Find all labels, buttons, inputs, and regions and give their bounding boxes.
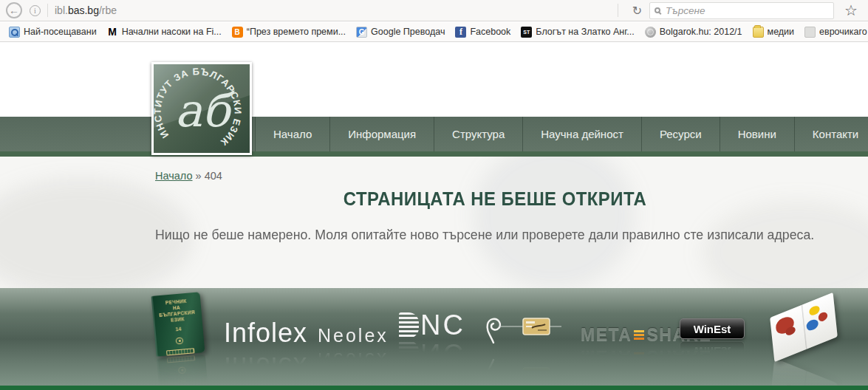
bookmark-label: Най-посещавани [24,27,97,37]
bookmark-eurochicago[interactable]: еврочикаго - админи... [799,24,868,40]
facebook-icon: f [455,27,466,38]
browser-toolbar: ← i ibl.bas.bg/rbe ↻ ☆ [0,0,868,21]
infolex-logo[interactable]: Infolex [224,318,307,349]
main-nav: Начало Информация Структура Научна дейно… [0,117,868,151]
nav-accent-strip [0,151,868,157]
winest-label: WinEst [694,323,731,335]
folder-icon [753,27,764,38]
bnc-letters: NC [420,312,465,338]
nav-item-information[interactable]: Информация [330,117,434,151]
spiral-timeline-logo[interactable] [480,309,563,350]
bookmark-folder-media[interactable]: медии [748,24,800,40]
site-info-icon[interactable]: i [30,5,41,16]
bookmark-zlatko-blog[interactable]: ST Блогът на Златко Анг... [516,24,639,40]
blogger-icon: B [232,27,243,38]
reload-icon[interactable]: ↻ [632,4,642,18]
footer-accent-strip [0,386,868,390]
book-volume: 14 [175,326,181,332]
meta-share-bars-icon [634,330,644,340]
atlas-pages [770,292,838,362]
background-watermark [702,201,868,288]
most-visited-icon [9,27,20,38]
toolbar-divider [47,4,48,17]
bookmark-blog-post[interactable]: B “През времето преми... [227,24,351,40]
bookmark-label: Блогът на Златко Анг... [536,27,634,37]
bookmark-star-icon[interactable]: ☆ [844,1,858,19]
background-watermark [473,157,635,288]
bnc-logo[interactable]: NC [399,312,465,338]
map-atlas-logo[interactable] [765,297,842,359]
blank-page-icon [804,27,816,38]
bookmark-bolgarok[interactable]: Bolgarok.hu: 2012/1 [640,24,748,40]
bookmark-google-translate[interactable]: G Google Преводач [351,24,450,40]
bookmark-label: Facebook [470,27,510,37]
url-subdomain: ibl. [55,4,68,16]
breadcrumb-current: 404 [205,170,222,182]
book-emblem-icon [176,337,184,344]
back-button[interactable]: ← [6,2,22,18]
browser-search-box[interactable] [649,2,834,19]
bookmark-label: медии [768,27,795,37]
bookmark-facebook[interactable]: f Facebook [450,24,516,40]
breadcrumb-separator: » [196,170,202,182]
bookmark-label: Начални насоки на Fi... [122,27,222,37]
nav-item-structure[interactable]: Структура [434,117,523,151]
nav-item-news[interactable]: Новини [720,117,795,151]
bookmark-label: еврочикаго - админи... [819,27,868,37]
toolbar-divider [618,4,618,17]
error-message: Нищо не беше намерено. Моля опитайте нов… [155,228,814,243]
spiral-icon [480,309,563,347]
nav-item-home[interactable]: Начало [255,117,330,151]
nav-item-contacts[interactable]: Контакти [795,117,868,151]
bookmark-most-visited[interactable]: Най-посещавани [4,24,102,40]
st-icon: ST [521,27,532,38]
page-content: Начало » 404 СТРАНИЦАТА НЕ БЕШЕ ОТКРИТА … [0,157,868,288]
google-translate-icon: G [356,27,367,38]
institute-logo[interactable]: ИНСТИТУТ ЗА БЪЛГАРСКИ ЕЗИК аб [151,62,252,155]
book-publisher-mark [166,349,194,356]
bnc-b-icon [399,312,419,338]
winest-logo[interactable]: WinEst [680,318,745,339]
nav-item-resources[interactable]: Ресурси [642,117,720,151]
bookmark-label: Google Преводач [371,27,445,37]
footer: РЕЧНИК НА БЪЛГАРСКИЯ ЕЗИК 14 Infolex Neo… [0,288,868,390]
globe-icon [645,27,656,38]
browser-window: ← i ibl.bas.bg/rbe ↻ ☆ Най-посещавани M … [0,0,868,390]
bookmark-label: Bolgarok.hu: 2012/1 [660,27,742,37]
neolex-logo[interactable]: Neolex [318,325,389,346]
dictionary-book-logo[interactable]: РЕЧНИК НА БЪЛГАРСКИЯ ЕЗИК 14 [151,292,205,356]
search-icon [655,7,660,13]
bookmarks-bar: Най-посещавани M Начални насоки на Fi...… [0,22,868,42]
error-heading: СТРАНИЦАТА НЕ БЕШЕ ОТКРИТА [182,188,807,211]
browser-search-input[interactable] [666,5,829,16]
url-domain: bas.bg [68,4,99,16]
logo-monogram: аб [175,83,236,137]
url-path: /rbe [99,4,117,16]
book-title-line: ЕЗИК [171,316,185,324]
breadcrumb: Начало » 404 [155,170,222,182]
institute-logo-emblem: ИНСТИТУТ ЗА БЪЛГАРСКИ ЕЗИК аб [154,64,250,153]
bookmark-firefox-guide[interactable]: M Начални насоки на Fi... [102,24,227,40]
mozilla-icon: M [107,27,118,38]
nav-item-research[interactable]: Научна дейност [523,117,642,151]
address-bar[interactable]: ibl.bas.bg/rbe [55,4,611,16]
meta-share-left: META [581,325,632,345]
site-header: ИНСТИТУТ ЗА БЪЛГАРСКИ ЕЗИК EN [0,42,868,117]
bookmark-label: “През времето преми... [247,27,346,37]
breadcrumb-home-link[interactable]: Начало [155,170,193,182]
